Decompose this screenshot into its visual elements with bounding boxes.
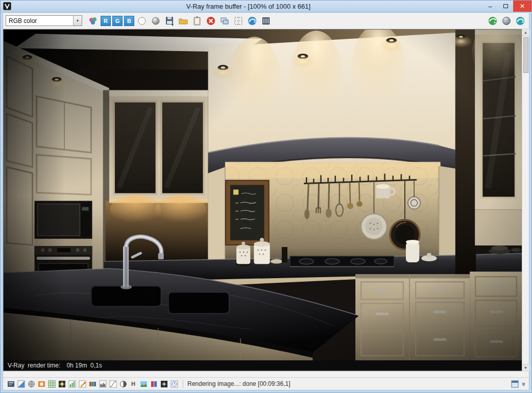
collapse-statusbar-icon[interactable]: » — [520, 382, 528, 385]
toolbar: RGB color ▾ R G B — [3, 13, 529, 29]
save-image-button[interactable] — [163, 15, 176, 27]
red-channel-toggle[interactable]: R — [101, 16, 111, 26]
clipboard-icon — [192, 16, 202, 26]
statusbar: H Rendering image...: done [00:09:36,1] … — [3, 377, 529, 390]
close-button[interactable]: ✕ — [513, 1, 531, 12]
frame-buffer-app: RGB color ▾ R G B — [3, 12, 529, 390]
minimize-button[interactable]: – — [482, 1, 498, 12]
duplicate-buffer-icon — [220, 16, 230, 26]
srgb-toggle-icon[interactable] — [16, 379, 26, 388]
corrections-panel-icon — [261, 16, 271, 26]
stop-icon — [206, 16, 216, 26]
exposure-icon[interactable] — [57, 379, 66, 388]
white-balance-icon[interactable] — [67, 379, 77, 388]
vertical-scroll-thumb[interactable] — [523, 37, 528, 73]
vray-render-swirl-icon — [488, 16, 498, 26]
background-image-icon[interactable] — [139, 379, 148, 388]
maximize-icon — [503, 4, 508, 8]
color-balance-icon[interactable] — [88, 379, 97, 388]
interactive-swirl-icon — [515, 16, 525, 26]
horizontal-scrollbar[interactable] — [3, 371, 529, 377]
titlebar[interactable]: V-Ray frame buffer - [100% of 1000 x 661… — [1, 1, 531, 12]
white-circle-icon — [137, 16, 147, 26]
expand-panel-icon[interactable] — [511, 379, 520, 388]
history-icon[interactable] — [170, 379, 179, 388]
color-swatches-button[interactable] — [87, 15, 99, 27]
render-last-button[interactable] — [246, 15, 258, 27]
lut-icon[interactable] — [47, 379, 56, 388]
color-corrections-button[interactable] — [260, 15, 272, 27]
maximize-button[interactable] — [498, 1, 513, 12]
alpha-toggle[interactable] — [150, 15, 162, 27]
folder-icon — [178, 16, 188, 26]
render-time-label: V-Ray render time: — [8, 362, 60, 369]
render-time-value: 0h 19m 0,1s — [66, 362, 102, 369]
copy-to-clipboard-button[interactable] — [191, 15, 203, 27]
lens-effects-icon[interactable] — [159, 379, 168, 388]
kitchen-render-svg — [4, 30, 522, 360]
channel-select-value: RGB color — [9, 17, 37, 24]
ocio-icon[interactable] — [37, 379, 46, 388]
content-row: V-Ray render time: 0h 19m 0,1s ▲ ▼ — [3, 29, 529, 371]
scroll-up-icon[interactable]: ▲ — [522, 29, 529, 36]
icc-profile-icon[interactable] — [27, 379, 36, 388]
contrast-icon[interactable] — [118, 379, 128, 388]
lens-effects-settings-button[interactable] — [500, 15, 513, 27]
vray-logo-icon — [3, 2, 11, 10]
blue-channel-toggle[interactable]: B — [124, 16, 134, 26]
load-image-button[interactable] — [177, 15, 189, 27]
color-clamp-icon[interactable]: H — [129, 379, 138, 388]
window-title: V-Ray frame buffer - [100% of 1000 x 661… — [14, 3, 482, 10]
sphere-icon — [501, 16, 512, 26]
channel-select[interactable]: RGB color ▾ — [6, 15, 82, 26]
green-channel-toggle[interactable]: G — [112, 16, 123, 26]
render-swirl-icon — [247, 16, 257, 26]
render-viewport: V-Ray render time: 0h 19m 0,1s — [3, 29, 522, 371]
render-time-bar: V-Ray render time: 0h 19m 0,1s — [4, 360, 522, 371]
levels-icon[interactable] — [98, 379, 107, 388]
interactive-render-button[interactable] — [514, 15, 526, 27]
curves-icon[interactable] — [108, 379, 117, 388]
chevron-down-icon: ▾ — [73, 16, 82, 26]
scroll-down-icon[interactable]: ▼ — [522, 364, 529, 371]
color-swatches-icon — [88, 16, 98, 26]
stop-render-button[interactable] — [205, 15, 217, 27]
hue-saturation-icon[interactable] — [78, 379, 87, 388]
render-image[interactable] — [4, 30, 522, 360]
alpha-sphere-icon — [151, 16, 161, 26]
vertical-scrollbar[interactable]: ▲ ▼ — [522, 29, 529, 371]
duplicate-to-host-button[interactable] — [219, 15, 231, 27]
stereo-icon[interactable] — [149, 379, 158, 388]
vray-frame-buffer-window: V-Ray frame buffer - [100% of 1000 x 661… — [0, 0, 532, 393]
statusbar-separator — [183, 380, 183, 388]
stamp-icon[interactable] — [6, 379, 15, 388]
region-render-button[interactable] — [232, 15, 245, 27]
render-last-vray-button[interactable] — [487, 15, 499, 27]
status-message: Rendering image...: done [00:09:36,1] — [187, 380, 290, 387]
monochrome-toggle[interactable] — [136, 15, 148, 27]
save-icon — [164, 16, 175, 26]
region-render-icon — [233, 16, 244, 26]
